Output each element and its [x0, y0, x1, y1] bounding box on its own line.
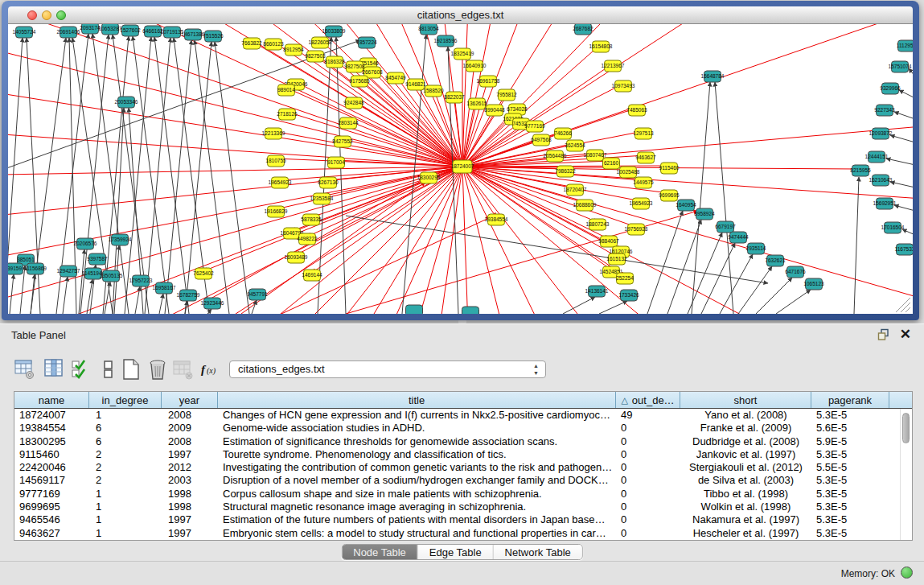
table-cell[interactable]: 5.3E-5 [811, 527, 889, 540]
table-cell[interactable]: 5.3E-5 [811, 513, 889, 526]
table-cell[interactable]: 1 [89, 488, 162, 501]
graph-node[interactable]: 7986322 [555, 166, 576, 177]
graph-node[interactable]: 8822037 [444, 92, 465, 103]
graph-node[interactable]: 19218596 [434, 35, 458, 47]
graph-node[interactable]: 9777169 [524, 121, 545, 132]
network-window[interactable]: citations_edges.txt 18724007140557242069… [2, 1, 919, 320]
graph-node[interactable]: 8267130 [318, 177, 339, 188]
graph-node[interactable]: 1615132 [606, 253, 627, 265]
graph-node[interactable]: 9397587 [87, 253, 108, 265]
graph-node[interactable]: 7632621 [765, 255, 786, 266]
memory-status-icon[interactable] [901, 566, 913, 579]
close-panel-icon[interactable]: ✕ [900, 326, 911, 343]
graph-node[interactable]: 9242848 [343, 97, 364, 109]
graph-node[interactable]: 1065123 [803, 278, 824, 290]
network-canvas[interactable]: 1872400714055724206914062093174106532871… [8, 24, 913, 314]
graph-node[interactable]: 10719135 [161, 27, 184, 38]
table-row[interactable]: 1830029562008Estimation of significance … [14, 435, 912, 448]
graph-node[interactable]: 9474444 [728, 232, 749, 243]
graph-node[interactable]: 19756928 [625, 224, 648, 235]
graph-node[interactable]: 6679197 [715, 221, 736, 233]
column-header-title[interactable]: title [218, 392, 616, 408]
graph-node[interactable]: 19654923 [269, 177, 292, 188]
graph-node[interactable]: 4498222 [297, 233, 318, 245]
table-cell[interactable]: 5.3E-5 [811, 501, 889, 513]
table-cell[interactable]: 5.3E-5 [811, 488, 889, 501]
graph-node[interactable]: 13505135 [100, 270, 123, 282]
new-file-icon[interactable] [121, 358, 142, 381]
column-header-year[interactable]: year [162, 392, 218, 408]
graph-node[interactable]: 15692951 [873, 198, 897, 209]
graph-node[interactable]: 1449575 [633, 177, 654, 188]
graph-node[interactable]: 7663822 [241, 38, 262, 49]
select-columns-icon[interactable] [43, 358, 64, 381]
table-cell[interactable]: Nakamura et al. (1997) [680, 513, 811, 526]
table-cell[interactable]: Genome-wide association studies in ADHD. [218, 422, 616, 435]
table-cell[interactable]: Wolkin et al. (1998) [680, 501, 811, 513]
graph-node[interactable]: 18300295 [417, 172, 441, 183]
graph-node[interactable]: 39159 [8, 263, 23, 274]
table-cell[interactable]: 0 [616, 474, 680, 487]
table-cell[interactable]: Investigating the contribution of common… [218, 461, 616, 474]
table-cell[interactable]: 2003 [162, 474, 218, 487]
graph-node[interactable]: 746266 [554, 128, 572, 139]
tab-edge-table[interactable]: Edge Table [418, 545, 494, 559]
graph-node[interactable]: 17359924 [109, 234, 132, 245]
graph-node[interactable]: 18807243 [586, 219, 610, 230]
table-cell[interactable]: 9699695 [14, 501, 89, 513]
table-cell[interactable]: 0 [616, 501, 680, 513]
graph-node[interactable]: 14136141 [585, 286, 609, 297]
graph-node[interactable]: 19384554 [485, 214, 508, 225]
table-cell[interactable]: 6 [89, 435, 162, 448]
table-cell[interactable]: 1 [89, 527, 162, 540]
graph-node[interactable]: 16154808 [589, 41, 613, 52]
table-cell[interactable]: 5.6E-5 [811, 422, 889, 435]
graph-node[interactable]: 16093489 [285, 252, 308, 263]
graph-node[interactable]: 8912954 [283, 44, 304, 56]
graph-node[interactable]: 2718126 [277, 109, 298, 120]
table-cell[interactable]: Changes of HCN gene expression and I(f) … [218, 409, 616, 422]
graph-node[interactable]: 9884067 [598, 236, 619, 247]
table-cell[interactable]: Stergiakouli et al. (2012) [680, 461, 811, 474]
table-cell[interactable]: Embryonic stem cells: a model to study s… [218, 527, 616, 540]
table-cell[interactable]: 5.3E-5 [811, 409, 889, 422]
graph-node[interactable] [462, 307, 479, 314]
table-cell[interactable]: 2 [89, 474, 162, 487]
graph-node[interactable]: 16782759 [177, 290, 200, 301]
resize-grip-icon[interactable] [896, 298, 910, 312]
table-cell[interactable]: 18724007 [14, 409, 89, 422]
graph-node[interactable]: 12093872 [869, 128, 893, 139]
graph-node[interactable]: 20691406 [57, 27, 80, 38]
graph-node[interactable]: 12213369 [262, 128, 285, 139]
table-cell[interactable]: Disruption of a novel member of a sodium… [218, 474, 616, 487]
scrollbar-thumb[interactable] [902, 413, 910, 443]
table-cell[interactable]: 1998 [162, 501, 218, 513]
table-cell[interactable]: 2012 [162, 461, 218, 474]
table-cell[interactable]: 5.3E-5 [811, 474, 889, 487]
table-row[interactable]: 1938455462009Genome-wide association stu… [14, 422, 912, 435]
table-cell[interactable]: 9777169 [14, 488, 89, 501]
graph-node[interactable]: 14671386 [182, 29, 205, 40]
graph-node[interactable]: 16958167 [153, 282, 176, 294]
table-cell[interactable]: 5.5E-5 [811, 461, 889, 474]
graph-node[interactable]: 19166829 [265, 206, 288, 217]
float-panel-icon[interactable] [877, 328, 890, 341]
table-cell[interactable]: 1998 [162, 488, 218, 501]
graph-node[interactable]: 12444151 [865, 151, 889, 163]
table-cell[interactable]: 1 [89, 409, 162, 422]
graph-node[interactable]: 10973493 [612, 80, 635, 92]
column-header-short[interactable]: short [680, 392, 811, 408]
graph-node[interactable]: 7625402 [193, 268, 214, 279]
table-row[interactable]: 1456911722003Disruption of a novel membe… [14, 474, 912, 487]
graph-node[interactable]: 2935114 [746, 243, 766, 254]
graph-node[interactable]: 7857224 [356, 37, 377, 48]
graph-node[interactable]: 12213967 [602, 60, 625, 72]
graph-node[interactable]: 9115460 [659, 163, 680, 174]
graph-node[interactable]: 989014 [277, 84, 295, 96]
table-cell[interactable]: 9465546 [14, 513, 89, 526]
table-settings-icon[interactable] [14, 358, 35, 381]
network-window-titlebar[interactable]: citations_edges.txt [8, 6, 913, 24]
table-cell[interactable]: 1997 [162, 448, 218, 461]
graph-node[interactable]: 16210643 [869, 175, 893, 186]
table-cell[interactable]: Jankovic et al. (1997) [680, 448, 811, 461]
